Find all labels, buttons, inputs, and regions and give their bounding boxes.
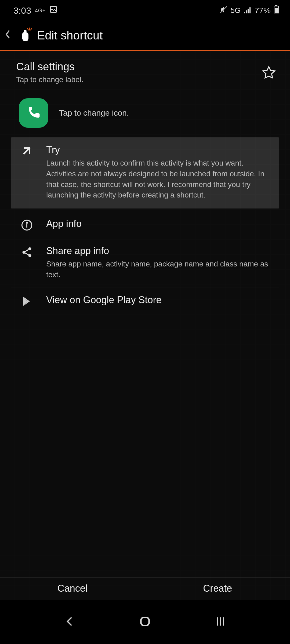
svg-point-16 xyxy=(26,222,27,223)
svg-line-11 xyxy=(27,28,28,30)
action-separator xyxy=(145,581,145,595)
svg-rect-3 xyxy=(244,12,245,13)
signal-icon xyxy=(244,6,251,16)
content-area: Call settings Tap to change label. Tap t… xyxy=(0,51,290,600)
svg-rect-5 xyxy=(248,9,249,13)
svg-rect-6 xyxy=(249,7,251,13)
svg-line-13 xyxy=(31,28,32,30)
svg-rect-20 xyxy=(141,617,149,625)
svg-rect-4 xyxy=(246,10,247,13)
status-battery-pct: 77% xyxy=(255,6,271,15)
try-desc: Launch this activity to confirm this act… xyxy=(46,158,272,200)
status-5g-label: 5G xyxy=(231,6,241,15)
favorite-star-icon[interactable] xyxy=(262,65,276,81)
play-store-title: View on Google Play Store xyxy=(46,294,279,306)
arrow-outward-icon xyxy=(19,144,35,157)
app-info-item[interactable]: App info xyxy=(0,211,290,238)
try-activity-item[interactable]: Try Launch this activity to confirm this… xyxy=(11,137,279,208)
share-title: Share app info xyxy=(46,245,279,257)
gallery-icon xyxy=(49,5,57,16)
shortcut-icon-hint: Tap to change icon. xyxy=(59,108,129,118)
svg-point-19 xyxy=(28,254,31,257)
app-info-title: App info xyxy=(46,218,279,229)
shortcut-label-title: Call settings xyxy=(16,61,262,73)
back-button[interactable] xyxy=(3,30,12,42)
svg-point-18 xyxy=(23,251,26,254)
divider xyxy=(11,91,279,91)
share-icon xyxy=(19,245,35,258)
share-desc: Share app name, activity name, package n… xyxy=(46,259,279,280)
app-logo-icon xyxy=(18,27,32,43)
app-bar: Edit shortcut xyxy=(0,21,290,50)
status-clock: 3:03 xyxy=(13,5,31,16)
bottom-actions: Cancel Create xyxy=(0,577,290,600)
create-button[interactable]: Create xyxy=(145,577,290,600)
android-nav-bar xyxy=(0,600,290,644)
shortcut-icon-row[interactable]: Tap to change icon. xyxy=(0,91,290,135)
try-title: Try xyxy=(46,144,272,156)
mute-icon xyxy=(220,6,227,16)
svg-rect-9 xyxy=(275,8,278,13)
svg-point-17 xyxy=(28,247,31,250)
divider xyxy=(11,287,279,287)
play-store-icon xyxy=(19,294,35,307)
info-icon xyxy=(19,218,35,231)
status-net-indicator: 4G+ xyxy=(35,8,46,14)
status-bar: 3:03 4G+ 5G 77% xyxy=(0,0,290,21)
cancel-button[interactable]: Cancel xyxy=(0,577,145,600)
app-bar-title: Edit shortcut xyxy=(37,29,103,42)
nav-recents-button[interactable] xyxy=(214,615,227,629)
shortcut-label-hint: Tap to change label. xyxy=(16,75,262,84)
phone-app-icon[interactable] xyxy=(19,98,48,128)
share-app-info-item[interactable]: Share app info Share app name, activity … xyxy=(0,238,290,287)
play-store-item[interactable]: View on Google Play Store xyxy=(0,287,290,314)
battery-icon xyxy=(274,5,279,16)
nav-back-button[interactable] xyxy=(63,615,76,629)
divider xyxy=(11,238,279,238)
shortcut-label-row[interactable]: Call settings Tap to change label. xyxy=(0,51,290,91)
svg-point-10 xyxy=(24,30,27,32)
nav-home-button[interactable] xyxy=(138,614,152,630)
